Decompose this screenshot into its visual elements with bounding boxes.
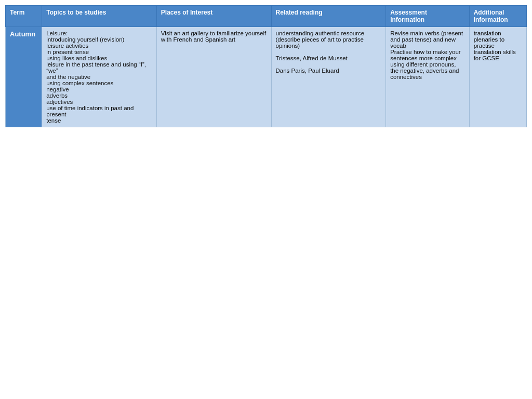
header-additional: Additional Information AdditionalInforma…	[469, 6, 526, 27]
term-cell: Autumn	[6, 27, 42, 127]
assessment-cell: Revise main verbs (present and past tens…	[386, 27, 469, 127]
places-cell: Visit an art gallery to familiarize your…	[156, 27, 271, 127]
header-places: Places of Interest	[156, 6, 271, 27]
header-assessment: Assessment Information AssessmentInforma…	[386, 6, 469, 27]
topics-cell: Leisure: introducing yourself (revision)…	[42, 27, 157, 127]
table-row: Autumn Leisure: introducing yourself (re…	[6, 27, 527, 127]
header-term: Term	[6, 6, 42, 27]
header-related: Related reading	[271, 6, 386, 27]
additional-cell: translation plenaries to practise transl…	[469, 27, 526, 127]
header-topics: Topics to be studies	[42, 6, 157, 27]
related-cell: understanding authentic resource (descri…	[271, 27, 386, 127]
